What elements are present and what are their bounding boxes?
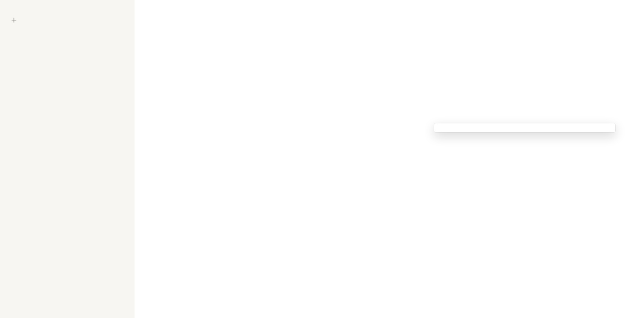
block-picker-popup	[434, 123, 615, 132]
add-page-button[interactable]	[0, 13, 135, 27]
sidebar	[0, 0, 135, 318]
filter-input[interactable]	[244, 85, 535, 94]
plus-icon	[10, 16, 18, 24]
popup-section-header	[434, 123, 615, 132]
main-content	[135, 0, 644, 318]
